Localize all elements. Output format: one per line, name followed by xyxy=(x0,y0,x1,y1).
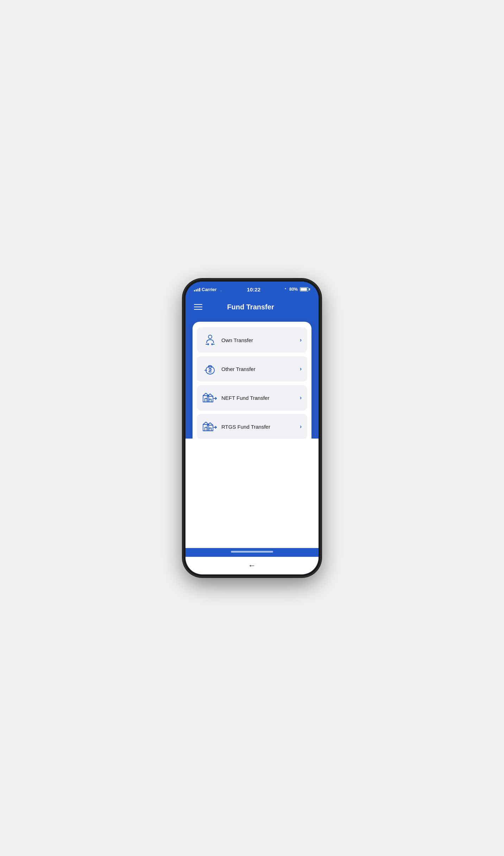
home-indicator xyxy=(231,551,273,553)
svg-rect-9 xyxy=(205,427,207,431)
svg-point-1 xyxy=(285,288,286,289)
svg-rect-7 xyxy=(209,399,211,402)
bottom-content-area xyxy=(185,439,319,548)
signal-bar-2 xyxy=(196,289,197,291)
rtgs-chevron: › xyxy=(300,423,302,430)
menu-line-1 xyxy=(194,304,202,305)
neft-icon xyxy=(202,390,218,405)
menu-card: Own Transfer › xyxy=(193,322,311,439)
rtgs-label: RTGS Fund Transfer xyxy=(221,424,300,430)
location-icon xyxy=(284,287,287,292)
svg-point-0 xyxy=(221,290,221,291)
hamburger-menu-button[interactable] xyxy=(194,304,202,310)
rtgs-transfer-item[interactable]: RTGS Fund Transfer › xyxy=(197,414,307,439)
wifi-icon xyxy=(218,287,224,292)
own-transfer-item[interactable]: Own Transfer › xyxy=(197,327,307,353)
signal-bar-3 xyxy=(197,289,199,291)
app-header: Fund Transfer xyxy=(185,297,319,318)
other-transfer-label: Other Transfer xyxy=(221,366,300,372)
status-time: 10:22 xyxy=(247,287,260,292)
phone-wrapper: Carrier 10:22 xyxy=(178,277,326,579)
main-content: Own Transfer › xyxy=(185,318,319,439)
status-right: 80% xyxy=(284,287,310,292)
signal-bar-1 xyxy=(194,290,195,291)
own-transfer-chevron: › xyxy=(300,337,302,343)
status-bar: Carrier 10:22 xyxy=(185,282,319,297)
other-transfer-chevron: › xyxy=(300,366,302,372)
own-transfer-label: Own Transfer xyxy=(221,337,300,343)
svg-rect-11 xyxy=(209,428,211,431)
page-title: Fund Transfer xyxy=(227,303,274,311)
rtgs-icon xyxy=(202,419,218,434)
neft-transfer-item[interactable]: NEFT Fund Transfer › xyxy=(197,385,307,410)
carrier-label: Carrier xyxy=(202,287,217,292)
other-transfer-item[interactable]: Other Transfer › xyxy=(197,356,307,382)
back-button[interactable]: ← xyxy=(248,561,256,570)
battery-indicator xyxy=(300,287,310,291)
battery-percent: 80% xyxy=(289,287,298,292)
menu-line-2 xyxy=(194,307,202,307)
signal-bar-4 xyxy=(199,288,200,291)
neft-label: NEFT Fund Transfer xyxy=(221,395,300,401)
status-left: Carrier xyxy=(194,287,224,292)
svg-rect-5 xyxy=(205,398,207,402)
home-indicator-area xyxy=(185,548,319,557)
neft-chevron: › xyxy=(300,395,302,401)
own-transfer-icon xyxy=(202,332,218,348)
svg-point-2 xyxy=(208,335,212,339)
back-button-area: ← xyxy=(185,557,319,574)
menu-line-3 xyxy=(194,309,202,310)
phone-frame: Carrier 10:22 xyxy=(183,279,321,577)
other-transfer-icon xyxy=(202,361,218,377)
home-button[interactable] xyxy=(299,301,310,313)
signal-bars xyxy=(194,287,200,291)
phone-screen: Carrier 10:22 xyxy=(185,282,319,574)
